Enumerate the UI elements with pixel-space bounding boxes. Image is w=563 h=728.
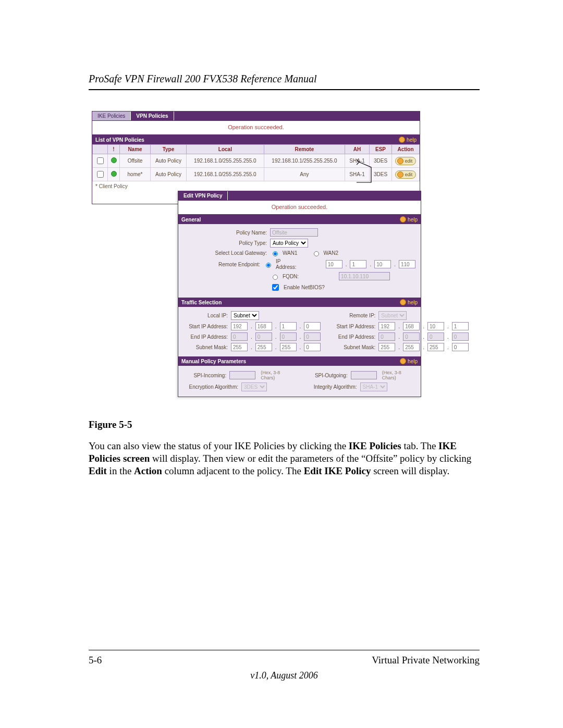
r-end-1[interactable] <box>378 332 395 341</box>
edit-button[interactable]: edit <box>395 157 417 165</box>
r-mask-3[interactable] <box>427 343 444 351</box>
l-mask-3[interactable] <box>280 343 297 351</box>
l-end-3[interactable] <box>280 332 297 341</box>
help-link-general[interactable]: help <box>400 216 418 223</box>
header-rule <box>89 89 480 90</box>
r-mask-2[interactable] <box>403 343 420 351</box>
wan1-radio[interactable] <box>273 251 278 256</box>
col-status: ! <box>108 145 120 154</box>
help-icon <box>400 358 406 364</box>
l-start-3[interactable] <box>280 322 297 330</box>
row-checkbox[interactable] <box>97 171 104 178</box>
r-end-4[interactable] <box>452 332 469 341</box>
l-end-label: End IP Address: <box>183 334 228 340</box>
tab-edit-vpn-policy[interactable]: Edit VPN Policy <box>178 191 228 200</box>
cell-local: 192.168.1.0/255.255.255.0 <box>187 154 264 168</box>
client-policy-note: * Client Policy <box>92 181 420 189</box>
status-message: Operation succeeded. <box>92 121 420 135</box>
footer-page-number: 5-6 <box>89 655 102 666</box>
edit-status-message: Operation succeeded. <box>178 201 421 215</box>
l-end-4[interactable] <box>304 332 321 341</box>
enable-netbios-checkbox[interactable] <box>272 284 279 291</box>
r-start-4[interactable] <box>452 322 469 330</box>
enc-alg-select[interactable]: 3DES <box>241 382 267 391</box>
edit-tab-row: Edit VPN Policy <box>178 191 421 201</box>
help-label: help <box>408 300 418 305</box>
policy-type-select[interactable]: Auto Policy <box>270 239 308 248</box>
wan2-radio[interactable] <box>314 251 319 256</box>
l-start-1[interactable] <box>231 322 248 330</box>
edit-label: edit <box>405 158 413 164</box>
traffic-title: Traffic Selection <box>181 300 222 305</box>
r-start-label: Start IP Address: <box>331 324 375 329</box>
wan1-label: WAN1 <box>283 250 298 256</box>
row-checkbox[interactable] <box>97 157 104 164</box>
r-start-3[interactable] <box>427 322 444 330</box>
tab-vpn-policies[interactable]: VPN Policies <box>131 112 174 120</box>
status-dot-icon <box>111 171 117 177</box>
r-end-3[interactable] <box>427 332 444 341</box>
l-mask-4[interactable] <box>304 343 321 351</box>
col-esp: ESP <box>370 145 392 154</box>
edit-label: edit <box>405 172 413 177</box>
col-check <box>93 145 108 154</box>
enc-alg-label: Encryption Algorithm: <box>183 384 238 390</box>
col-action: Action <box>392 145 420 154</box>
policy-name-input[interactable] <box>270 228 318 237</box>
footer-rule <box>89 650 480 650</box>
table-row: home* Auto Policy 192.168.1.0/255.255.25… <box>93 168 420 181</box>
cell-local: 192.168.1.0/255.255.255.0 <box>187 168 264 181</box>
general-title: General <box>181 217 201 223</box>
manual-title: Manual Policy Parameters <box>181 359 246 364</box>
spi-in-label: SPI-Incoming: <box>183 373 226 378</box>
spi-out-input[interactable] <box>351 371 377 379</box>
l-mask-2[interactable] <box>255 343 272 351</box>
general-form: Policy Name: Policy Type: Auto Policy Se… <box>178 224 421 298</box>
wan2-label: WAN2 <box>324 250 339 256</box>
cell-name: Offsite <box>120 154 151 168</box>
remote-ip-label: Remote IP: <box>331 313 375 318</box>
local-ip-select[interactable]: Subnet <box>231 311 259 320</box>
figure-5-5: IKE Policies VPN Policies Operation succ… <box>92 111 420 411</box>
ip-oct4[interactable] <box>399 260 415 268</box>
tab-ike-policies[interactable]: IKE Policies <box>92 112 131 120</box>
help-link-traffic[interactable]: help <box>400 299 418 305</box>
list-section-title: List of VPN Policies <box>95 137 144 143</box>
ip-address-radio[interactable] <box>266 263 271 268</box>
l-end-2[interactable] <box>255 332 272 341</box>
spi-in-input[interactable] <box>229 371 255 379</box>
l-mask-1[interactable] <box>231 343 248 351</box>
edit-button[interactable]: edit <box>395 170 417 179</box>
ip-oct2[interactable] <box>350 260 366 268</box>
help-link[interactable]: help <box>399 137 417 143</box>
fqdn-input[interactable] <box>339 272 390 280</box>
l-end-1[interactable] <box>231 332 248 341</box>
ip-oct3[interactable] <box>374 260 391 268</box>
ip-oct1[interactable] <box>326 260 342 268</box>
r-mask-4[interactable] <box>452 343 469 351</box>
general-section-bar: General help <box>178 215 421 224</box>
cell-ah: SHA-1 <box>345 168 370 181</box>
r-end-label: End IP Address: <box>331 334 375 340</box>
col-ah: AH <box>345 145 370 154</box>
page-header-title: ProSafe VPN Firewall 200 FVX538 Referenc… <box>89 73 480 85</box>
local-column: Local IP: Subnet Start IP Address: . . .… <box>183 310 321 352</box>
l-start-4[interactable] <box>304 322 321 330</box>
list-section-bar: List of VPN Policies help <box>92 135 420 144</box>
r-mask-label: Subnet Mask: <box>331 344 375 350</box>
int-alg-select[interactable]: SHA-1 <box>360 382 387 391</box>
manual-form: SPI-Incoming: (Hex, 3-8 Chars) Encryptio… <box>178 366 421 397</box>
table-row: Offsite Auto Policy 192.168.1.0/255.255.… <box>93 154 420 168</box>
select-local-gateway-label: Select Local Gateway: <box>183 250 267 256</box>
help-link-manual[interactable]: help <box>400 358 418 364</box>
cell-remote: 192.168.10.1/255.255.255.0 <box>264 154 345 168</box>
hex-hint: (Hex, 3-8 Chars) <box>382 370 415 380</box>
l-start-2[interactable] <box>255 322 272 330</box>
r-start-1[interactable] <box>378 322 395 330</box>
remote-ip-select[interactable]: Subnet <box>378 311 407 320</box>
r-start-2[interactable] <box>403 322 420 330</box>
r-mask-1[interactable] <box>378 343 395 351</box>
l-start-label: Start IP Address: <box>183 324 228 329</box>
r-end-2[interactable] <box>403 332 420 341</box>
fqdn-radio[interactable] <box>273 275 278 280</box>
